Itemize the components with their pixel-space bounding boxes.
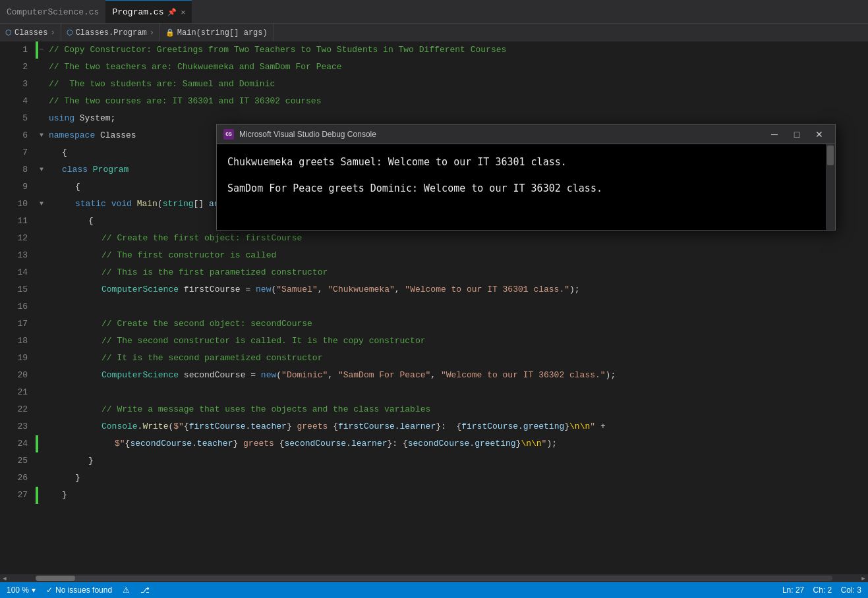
nav-class-path[interactable]: ⬡ Classes.Program › — [61, 24, 160, 41]
code-line-15: ComputerScience firstCourse = new ( "Sam… — [33, 281, 868, 298]
source-control-icon: ⎇ — [140, 585, 150, 595]
tab-close-button[interactable]: ✕ — [181, 8, 185, 16]
line-numbers: 12345 678910 1112131415 1617181920 21222… — [0, 41, 33, 574]
issues-label: No issues found — [55, 585, 112, 595]
col-label: Col: 3 — [841, 585, 861, 595]
code-line-12: // Create the first object: firstCourse — [33, 230, 868, 247]
code-line-14: // This is the first parametized constru… — [33, 264, 868, 281]
scroll-left-button[interactable]: ◀ — [0, 574, 9, 582]
debug-window-controls: ─ □ ✕ — [765, 128, 828, 141]
tab-computerscience[interactable]: ComputerScience.cs — [0, 0, 105, 23]
issues-status[interactable]: ✓ No issues found — [46, 585, 112, 595]
debug-maximize-button[interactable]: □ — [788, 128, 806, 141]
green-indicator-27 — [36, 487, 38, 504]
horizontal-scrollbar[interactable]: ◀ ▶ — [0, 574, 868, 582]
debug-body: Chukwuemeka greets Samuel: Welcome to ou… — [217, 144, 835, 230]
debug-scroll-thumb — [827, 146, 834, 165]
debug-output-blank — [227, 172, 825, 178]
code-line-23: Console . Write ( $" { firstCourse.teach… — [33, 418, 868, 435]
ch-label: Ch: 2 — [813, 585, 832, 595]
scroll-thumb — [36, 576, 75, 581]
debug-scrollbar[interactable] — [826, 144, 835, 230]
code-editor[interactable]: ─ // Copy Constructor: Greetings from Tw… — [33, 41, 868, 574]
nav-bar: ⬡ Classes › ⬡ Classes.Program › 🔒 Main(s… — [0, 23, 868, 41]
nav-classes[interactable]: ⬡ Classes › — [0, 24, 61, 41]
code-line-19: // It is the second parametized construc… — [33, 350, 868, 367]
scroll-right-button[interactable]: ▶ — [859, 574, 868, 582]
tab-label: ComputerScience.cs — [7, 7, 99, 17]
method-icon: 🔒 — [165, 28, 175, 37]
classes-icon: ⬡ — [5, 28, 12, 37]
vs-icon: CS — [223, 129, 234, 140]
class-path-icon: ⬡ — [67, 28, 73, 37]
debug-close-button[interactable]: ✕ — [810, 128, 828, 141]
code-line-25: } — [33, 452, 868, 470]
code-line-27: } — [33, 487, 868, 504]
warning-icon: ⚠ — [123, 585, 130, 595]
ln-label: Ln: 27 — [782, 585, 804, 595]
tab-program[interactable]: Program.cs 📌 ✕ — [105, 0, 192, 23]
green-indicator-24 — [36, 435, 38, 452]
zoom-chevron-icon: ▾ — [32, 585, 36, 595]
code-line-20: ComputerScience secondCourse = new ( "Do… — [33, 367, 868, 384]
code-line-17: // Create the second object: secondCours… — [33, 315, 868, 333]
status-right: Ln: 27 Ch: 2 Col: 3 — [782, 585, 861, 595]
nav-class-path-label: Classes.Program — [76, 28, 147, 38]
scroll-track[interactable] — [36, 576, 832, 581]
nav-chevron-icon: › — [50, 28, 55, 38]
code-line-13: // The first constructor is called — [33, 247, 868, 264]
debug-output-line1: Chukwuemeka greets Samuel: Welcome to ou… — [227, 152, 825, 172]
nav-chevron2-icon: › — [150, 28, 154, 38]
code-line-1: ─ // Copy Constructor: Greetings from Tw… — [33, 41, 868, 59]
debug-console: CS Microsoft Visual Studio Debug Console… — [216, 124, 836, 231]
nav-classes-label: Classes — [14, 28, 47, 38]
zoom-level[interactable]: 100 % ▾ — [7, 585, 36, 595]
tab-pin-icon: 📌 — [167, 8, 177, 16]
code-line-24: $" { secondCourse.teacher } greets { sec… — [33, 435, 868, 452]
debug-title-bar: CS Microsoft Visual Studio Debug Console… — [217, 124, 835, 144]
check-icon: ✓ — [46, 585, 53, 595]
code-line-26: } — [33, 470, 868, 487]
code-line-2: // The two teachers are: Chukwuemeka and… — [33, 59, 868, 76]
tab-label-active: Program.cs — [112, 7, 163, 17]
debug-title: Microsoft Visual Studio Debug Console — [239, 130, 760, 139]
code-line-3: // The two students are: Samuel and Domi… — [33, 76, 868, 93]
main-content: 12345 678910 1112131415 1617181920 21222… — [0, 41, 868, 574]
code-line-16 — [33, 298, 868, 315]
code-line-4: // The two courses are: IT 36301 and IT … — [33, 93, 868, 110]
code-line-22: // Write a message that uses the objects… — [33, 401, 868, 418]
status-bar: 100 % ▾ ✓ No issues found ⚠ ⎇ Ln: 27 Ch:… — [0, 582, 868, 598]
zoom-value: 100 % — [7, 585, 29, 595]
debug-minimize-button[interactable]: ─ — [765, 128, 784, 141]
nav-method-label: Main(string[] args) — [177, 28, 268, 38]
code-line-21 — [33, 384, 868, 401]
tab-bar: ComputerScience.cs Program.cs 📌 ✕ — [0, 0, 868, 23]
nav-method[interactable]: 🔒 Main(string[] args) — [160, 24, 274, 41]
collapse-icon[interactable]: ─ — [40, 41, 47, 59]
debug-output-line2: SamDom For Peace greets Dominic: Welcome… — [227, 178, 825, 198]
green-indicator — [36, 41, 38, 59]
line-info: Ln: 27 Ch: 2 Col: 3 — [782, 585, 861, 595]
code-line-18: // The second constructor is called. It … — [33, 333, 868, 350]
